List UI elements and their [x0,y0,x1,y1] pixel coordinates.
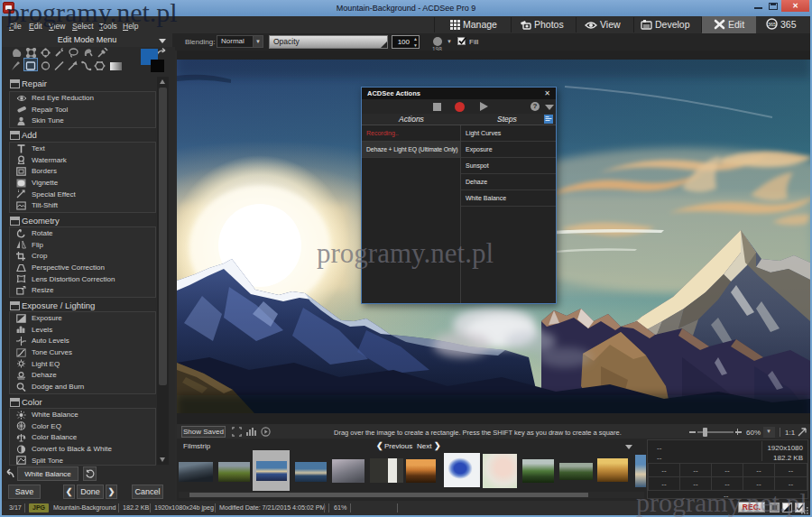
svg-text:365: 365 [768,22,776,27]
